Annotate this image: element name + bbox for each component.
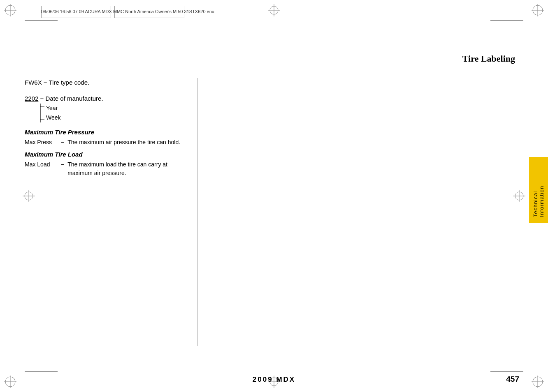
corner-mark-bl: [4, 376, 16, 388]
max-press-term: Max Press: [25, 138, 58, 147]
year-label: Year: [46, 104, 189, 113]
corner-mark-tr: [532, 4, 544, 16]
top-rule-right: [490, 21, 523, 21]
crosshair-top: [268, 4, 280, 16]
date-section: 2202 − Date of manufacture. Year Week: [25, 95, 189, 123]
max-load-heading: Maximum Tire Load: [25, 151, 189, 158]
page-number: 457: [506, 375, 519, 384]
bracket-svg: [37, 104, 46, 122]
year-week-labels: Year Week: [37, 104, 189, 123]
date-main-line: 2202 − Date of manufacture.: [25, 95, 189, 102]
code-line: FW6X − Tire type code.: [25, 78, 189, 88]
max-load-desc: The maximum load the tire can carry at m…: [67, 160, 189, 178]
max-press-dash: −: [61, 138, 64, 147]
page-content: Tire Labeling FW6X − Tire type code. 220…: [25, 25, 523, 367]
max-load-dash: −: [61, 160, 64, 178]
week-label: Week: [46, 113, 189, 123]
date-dash: − Date of manufacture.: [40, 95, 103, 102]
crosshair-right: [513, 190, 525, 202]
max-press-row: Max Press − The maximum air pressure the…: [25, 138, 189, 147]
bottom-rule-right: [490, 371, 523, 371]
max-pressure-heading: Maximum Tire Pressure: [25, 129, 189, 136]
corner-mark-br: [532, 376, 544, 388]
file-info: 08/06/06 16:58:07 09 ACURA MDX MMC North…: [41, 9, 214, 14]
crosshair-left: [23, 190, 35, 202]
date-number: 2202: [25, 95, 38, 102]
page-title: Tire Labeling: [462, 53, 515, 64]
bottom-rule-left: [25, 371, 58, 371]
sidebar-tab-wrapper: Technical Information: [529, 157, 548, 223]
left-column: FW6X − Tire type code. 2202 − Date of ma…: [25, 78, 197, 346]
max-load-term: Max Load: [25, 160, 58, 178]
max-press-desc: The maximum air pressure the tire can ho…: [67, 138, 189, 147]
corner-mark-tl: [4, 4, 16, 16]
max-load-row: Max Load − The maximum load the tire can…: [25, 160, 189, 178]
footer-center: 2009 MDX: [253, 376, 295, 384]
top-rule-left: [25, 21, 58, 21]
date-diagram: Year Week: [37, 104, 189, 123]
title-rule: [25, 70, 523, 70]
sidebar-tab: Technical Information: [529, 157, 548, 223]
